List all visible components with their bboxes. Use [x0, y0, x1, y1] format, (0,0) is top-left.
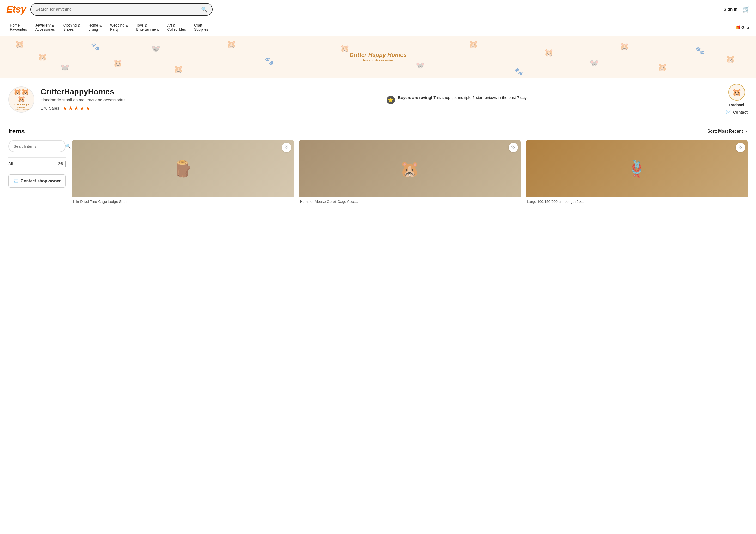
- banner-shop-name: Critter Happy Homes: [350, 52, 407, 58]
- owner-section: 🐹 Rachael ✉️ Contact: [726, 84, 748, 115]
- star-1: ★: [62, 105, 68, 112]
- raving-section: ⭐ Buyers are raving! This shop got multi…: [378, 95, 714, 104]
- search-items-icon[interactable]: 🔍: [65, 143, 71, 149]
- contact-owner-icon: ✉️: [13, 178, 18, 183]
- sort-arrow-icon: ▼: [744, 129, 748, 133]
- nav-item-home[interactable]: HomeFavourites: [6, 22, 31, 33]
- shop-profile: 🐹🐹🐹 Critter Happy Homes Toy and Accessor…: [0, 78, 756, 121]
- product-image-2: 🪢 ♡: [526, 140, 748, 197]
- nav-item-craft[interactable]: CraftSupplies: [191, 22, 212, 33]
- product-title-1: Hamster Mouse Gerbil Cage Acce...: [299, 199, 521, 204]
- search-input[interactable]: [36, 7, 199, 12]
- contact-button[interactable]: ✉️ Contact: [726, 109, 748, 115]
- filter-row-all: All 26: [8, 157, 66, 170]
- search-items-box: 🔍: [8, 140, 66, 152]
- star-5: ★: [85, 105, 91, 112]
- contact-owner-button[interactable]: ✉️ Contact shop owner: [8, 174, 66, 188]
- raving-highlight: Buyers are raving!: [398, 95, 432, 100]
- raving-icon: ⭐: [387, 96, 395, 104]
- raving-description: This shop got multiple 5-star reviews in…: [433, 95, 529, 100]
- items-section: Items Sort: Most Recent ▼ 🔍 All 26 ✉️ Co…: [0, 121, 756, 210]
- items-layout: 🔍 All 26 ✉️ Contact shop owner 🪵: [8, 140, 748, 204]
- wishlist-button-0[interactable]: ♡: [282, 143, 291, 152]
- product-card-1[interactable]: 🐹 ♡ Hamster Mouse Gerbil Cage Acce...: [299, 140, 521, 204]
- etsy-logo[interactable]: Etsy: [6, 4, 26, 15]
- sort-button[interactable]: Sort: Most Recent ▼: [707, 129, 748, 134]
- profile-divider: [368, 84, 369, 115]
- items-sidebar: 🔍 All 26 ✉️ Contact shop owner: [8, 140, 66, 204]
- filter-all-label[interactable]: All: [8, 162, 13, 166]
- shop-logo: 🐹🐹🐹 Critter Happy Homes Toy and Accessor…: [8, 87, 35, 113]
- gift-icon: 🎁: [736, 25, 740, 29]
- shop-info: CritterHappyHomes Handmade small animal …: [41, 87, 359, 112]
- owner-avatar: 🐹: [728, 84, 745, 101]
- shop-name: CritterHappyHomes: [41, 87, 359, 96]
- search-bar: 🔍: [30, 3, 213, 16]
- nav-item-toys[interactable]: Toys &Entertainment: [132, 22, 162, 33]
- nav-item-home-living[interactable]: Home &Living: [85, 22, 105, 33]
- sort-label: Sort: Most Recent: [707, 129, 743, 134]
- product-image-1: 🐹 ♡: [299, 140, 521, 197]
- search-items-input[interactable]: [14, 144, 63, 148]
- contact-label: Contact: [733, 110, 748, 114]
- nav-item-clothing[interactable]: Clothing &Shoes: [60, 22, 84, 33]
- items-header: Items Sort: Most Recent ▼: [8, 128, 748, 135]
- header: Etsy 🔍 Sign in 🛒: [0, 0, 756, 19]
- sales-count: 170 Sales: [41, 106, 59, 111]
- shop-banner: 🐹 🐹 🐭 🐾 🐹 🐭 🐹 🐹 🐾 🐹 🐭 🐹 🐾 🐹 🐭 🐹 🐹 🐾 🐹 Cr…: [0, 36, 756, 78]
- banner-title: Critter Happy Homes Toy and Accessories: [350, 52, 407, 62]
- gifts-label: Gifts: [742, 25, 750, 29]
- envelope-icon: ✉️: [726, 109, 732, 115]
- star-rating: ★ ★ ★ ★ ★: [62, 105, 91, 112]
- nav-item-art[interactable]: Art &Collectibles: [163, 22, 190, 33]
- star-4: ★: [79, 105, 85, 112]
- product-title-0: Kiln Dried Pine Cage Ledge Shelf: [72, 199, 294, 204]
- search-button[interactable]: 🔍: [201, 6, 207, 13]
- sign-in-button[interactable]: Sign in: [724, 7, 738, 12]
- product-image-0: 🪵 ♡: [72, 140, 294, 197]
- product-title-2: Large 100/150/200 cm Length 2.4...: [526, 199, 748, 204]
- shop-tagline: Handmade small animal toys and accessori…: [41, 98, 359, 102]
- cart-button[interactable]: 🛒: [743, 6, 750, 13]
- product-card-2[interactable]: 🪢 ♡ Large 100/150/200 cm Length 2.4...: [526, 140, 748, 204]
- raving-text: Buyers are raving! This shop got multipl…: [398, 95, 530, 101]
- product-grid: 🪵 ♡ Kiln Dried Pine Cage Ledge Shelf 🐹 ♡…: [72, 140, 748, 204]
- product-card-0[interactable]: 🪵 ♡ Kiln Dried Pine Cage Ledge Shelf: [72, 140, 294, 204]
- star-2: ★: [68, 105, 73, 112]
- nav-item-gifts[interactable]: 🎁 Gifts: [736, 25, 750, 29]
- shop-meta: 170 Sales ★ ★ ★ ★ ★: [41, 105, 359, 112]
- header-actions: Sign in 🛒: [724, 6, 750, 13]
- star-3: ★: [74, 105, 79, 112]
- items-title: Items: [8, 128, 25, 135]
- nav-item-wedding[interactable]: Wedding &Party: [106, 22, 131, 33]
- owner-name: Rachael: [729, 103, 744, 107]
- filter-all-count: 26: [58, 162, 63, 166]
- main-nav: HomeFavourites Jewellery &Accessories Cl…: [0, 19, 756, 36]
- banner-subtitle: Toy and Accessories: [350, 58, 407, 62]
- nav-item-jewellery[interactable]: Jewellery &Accessories: [32, 22, 58, 33]
- contact-owner-label: Contact shop owner: [21, 179, 61, 183]
- filter-divider: [65, 161, 66, 167]
- wishlist-button-2[interactable]: ♡: [736, 143, 745, 152]
